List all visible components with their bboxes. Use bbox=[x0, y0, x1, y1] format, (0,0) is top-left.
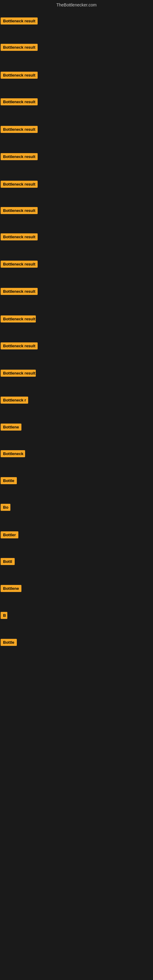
bottleneck-badge[interactable]: Bottle bbox=[1, 639, 17, 646]
bottleneck-badge[interactable]: Bottleneck result bbox=[1, 126, 38, 133]
bottleneck-badge-row: Bottleneck result bbox=[1, 370, 36, 378]
bottleneck-badge[interactable]: Bottleneck result bbox=[1, 98, 38, 105]
bottleneck-badge-row: Bottleneck result bbox=[1, 126, 38, 134]
bottleneck-badge[interactable]: Bottleneck result bbox=[1, 342, 38, 350]
bottleneck-badge-row: Bottleneck result bbox=[1, 233, 38, 242]
bottleneck-badge[interactable]: Bottleneck result bbox=[1, 181, 38, 188]
bottleneck-badge[interactable]: B bbox=[1, 612, 7, 619]
bottleneck-badge-row: Bottlene bbox=[1, 585, 21, 593]
bottleneck-badge-row: Bottle bbox=[1, 477, 17, 485]
site-title-container: TheBottlenecker.com bbox=[0, 0, 153, 9]
site-title: TheBottlenecker.com bbox=[0, 0, 153, 9]
bottleneck-badge[interactable]: Bottl bbox=[1, 558, 15, 565]
bottleneck-badge[interactable]: Bottleneck result bbox=[1, 315, 36, 323]
bottleneck-badge-row: Bottleneck result bbox=[1, 18, 38, 26]
bottleneck-badge-row: Bo bbox=[1, 504, 10, 512]
bottleneck-badge[interactable]: Bottleneck result bbox=[1, 18, 38, 24]
bottleneck-badge[interactable]: Bottleneck r bbox=[1, 396, 28, 404]
bottleneck-badge-row: Bottle bbox=[1, 639, 17, 647]
bottleneck-badge[interactable]: Bottleneck result bbox=[1, 370, 36, 377]
bottleneck-badge[interactable]: Bottleneck bbox=[1, 450, 25, 457]
bottleneck-badge[interactable]: Bottleneck result bbox=[1, 44, 38, 51]
bottleneck-badge-row: B bbox=[1, 612, 7, 620]
bottleneck-badge-row: Bottleneck result bbox=[1, 315, 36, 324]
bottleneck-badge-row: Bottleneck result bbox=[1, 181, 38, 189]
bottleneck-badge-row: Bottleneck r bbox=[1, 396, 28, 405]
bottleneck-badge-row: Bottl bbox=[1, 558, 15, 566]
bottleneck-badge-row: Bottleneck result bbox=[1, 288, 38, 296]
bottleneck-badge-row: Bottleneck result bbox=[1, 261, 38, 269]
bottleneck-badge[interactable]: Bottleneck result bbox=[1, 261, 38, 268]
bottleneck-badge[interactable]: Bo bbox=[1, 504, 10, 511]
bottleneck-badge-row: Bottleneck result bbox=[1, 98, 38, 107]
bottleneck-badge[interactable]: Bottleneck result bbox=[1, 207, 38, 214]
bottleneck-badge-row: Bottleneck bbox=[1, 450, 25, 458]
bottleneck-badge[interactable]: Bottlene bbox=[1, 423, 21, 431]
bottleneck-badge-row: Bottleneck result bbox=[1, 342, 38, 351]
bottleneck-badge-row: Bottler bbox=[1, 531, 18, 539]
bottleneck-badge[interactable]: Bottleneck result bbox=[1, 153, 38, 160]
bottleneck-badge-row: Bottleneck result bbox=[1, 72, 38, 80]
bottleneck-badge[interactable]: Bottleneck result bbox=[1, 233, 38, 240]
bottleneck-badge[interactable]: Bottleneck result bbox=[1, 288, 38, 295]
bottleneck-badge-row: Bottleneck result bbox=[1, 44, 38, 52]
bottleneck-badge-row: Bottlene bbox=[1, 423, 21, 432]
bottleneck-badge[interactable]: Bottler bbox=[1, 531, 18, 538]
bottleneck-badge-row: Bottleneck result bbox=[1, 207, 38, 215]
bottleneck-badge-row: Bottleneck result bbox=[1, 153, 38, 161]
bottleneck-badge[interactable]: Bottle bbox=[1, 477, 17, 484]
bottleneck-badge[interactable]: Bottleneck result bbox=[1, 72, 38, 79]
bottleneck-badge[interactable]: Bottlene bbox=[1, 585, 21, 592]
